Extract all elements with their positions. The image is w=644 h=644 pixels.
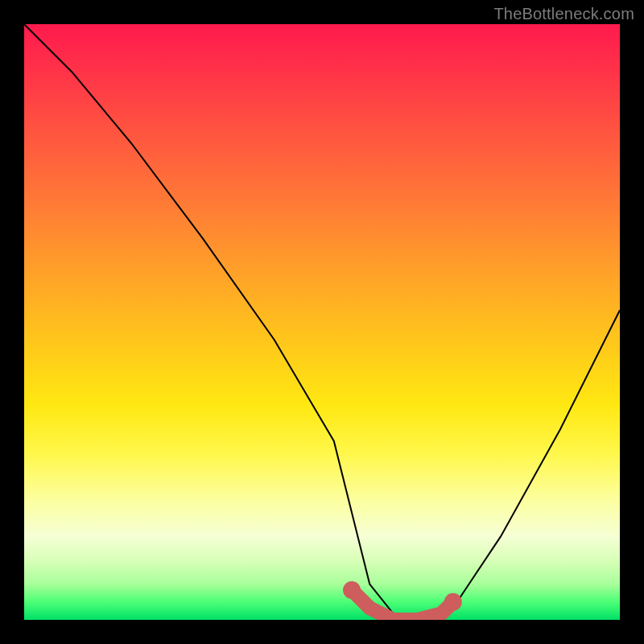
plot-area (24, 24, 620, 620)
curve-layer (24, 24, 620, 620)
highlight-dot-end (444, 593, 462, 611)
highlight-dot-start (343, 581, 361, 599)
watermark-text: TheBottleneck.com (493, 5, 634, 23)
highlight-band-path (352, 590, 453, 620)
chart-frame: TheBottleneck.com (0, 0, 644, 644)
bottleneck-curve-path (24, 24, 620, 620)
